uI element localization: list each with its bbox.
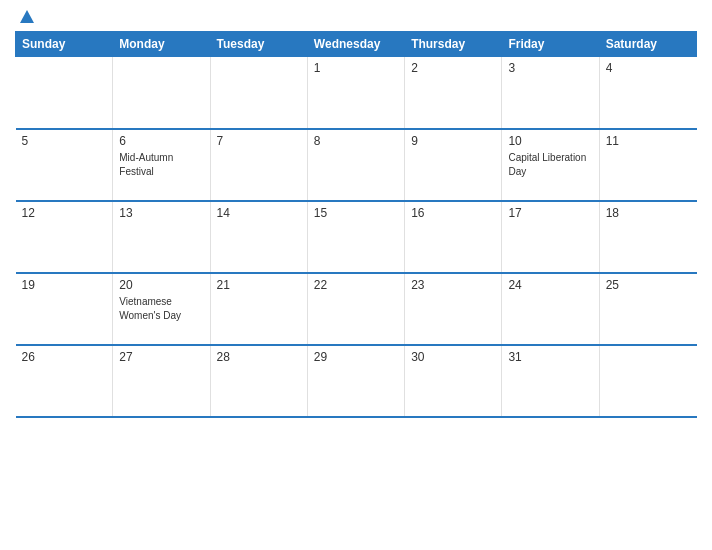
calendar-header: SundayMondayTuesdayWednesdayThursdayFrid… (16, 32, 697, 57)
day-number: 20 (119, 278, 203, 292)
day-number: 26 (22, 350, 107, 364)
day-number: 18 (606, 206, 691, 220)
day-number: 25 (606, 278, 691, 292)
calendar-cell: 11 (599, 129, 696, 201)
calendar-cell: 9 (405, 129, 502, 201)
calendar-cell: 14 (210, 201, 307, 273)
day-header-saturday: Saturday (599, 32, 696, 57)
logo (15, 10, 37, 23)
day-number: 10 (508, 134, 592, 148)
day-number: 11 (606, 134, 691, 148)
week-row-2: 12131415161718 (16, 201, 697, 273)
calendar-cell: 2 (405, 57, 502, 129)
calendar-cell: 23 (405, 273, 502, 345)
calendar-cell: 7 (210, 129, 307, 201)
day-header-monday: Monday (113, 32, 210, 57)
calendar-cell: 24 (502, 273, 599, 345)
calendar-cell: 18 (599, 201, 696, 273)
calendar-cell: 22 (307, 273, 404, 345)
calendar-cell: 29 (307, 345, 404, 417)
day-number: 19 (22, 278, 107, 292)
day-number: 13 (119, 206, 203, 220)
week-row-1: 56Mid-Autumn Festival78910Capital Libera… (16, 129, 697, 201)
calendar-cell: 1 (307, 57, 404, 129)
calendar-cell: 31 (502, 345, 599, 417)
day-number: 29 (314, 350, 398, 364)
day-header-wednesday: Wednesday (307, 32, 404, 57)
week-row-0: 1234 (16, 57, 697, 129)
day-number: 15 (314, 206, 398, 220)
day-number: 9 (411, 134, 495, 148)
day-number: 5 (22, 134, 107, 148)
calendar-cell: 25 (599, 273, 696, 345)
day-number: 6 (119, 134, 203, 148)
day-number: 27 (119, 350, 203, 364)
day-number: 17 (508, 206, 592, 220)
week-row-4: 262728293031 (16, 345, 697, 417)
day-number: 4 (606, 61, 691, 75)
calendar-cell: 20Vietnamese Women's Day (113, 273, 210, 345)
calendar-cell: 10Capital Liberation Day (502, 129, 599, 201)
calendar-cell (599, 345, 696, 417)
calendar-cell: 28 (210, 345, 307, 417)
calendar-cell: 27 (113, 345, 210, 417)
calendar-cell: 19 (16, 273, 113, 345)
logo-triangle-icon (20, 10, 34, 23)
days-header-row: SundayMondayTuesdayWednesdayThursdayFrid… (16, 32, 697, 57)
calendar-cell: 26 (16, 345, 113, 417)
event-label: Mid-Autumn Festival (119, 152, 173, 177)
calendar-cell: 16 (405, 201, 502, 273)
event-label: Vietnamese Women's Day (119, 296, 181, 321)
day-header-thursday: Thursday (405, 32, 502, 57)
calendar-cell: 8 (307, 129, 404, 201)
day-number: 31 (508, 350, 592, 364)
day-number: 1 (314, 61, 398, 75)
calendar-cell: 30 (405, 345, 502, 417)
day-number: 21 (217, 278, 301, 292)
day-header-friday: Friday (502, 32, 599, 57)
day-number: 24 (508, 278, 592, 292)
day-number: 28 (217, 350, 301, 364)
week-row-3: 1920Vietnamese Women's Day2122232425 (16, 273, 697, 345)
day-number: 23 (411, 278, 495, 292)
day-number: 22 (314, 278, 398, 292)
calendar-cell: 6Mid-Autumn Festival (113, 129, 210, 201)
calendar-cell (113, 57, 210, 129)
header (15, 10, 697, 23)
day-header-tuesday: Tuesday (210, 32, 307, 57)
calendar-cell: 13 (113, 201, 210, 273)
calendar-body: 123456Mid-Autumn Festival78910Capital Li… (16, 57, 697, 417)
calendar-cell: 5 (16, 129, 113, 201)
calendar-table: SundayMondayTuesdayWednesdayThursdayFrid… (15, 31, 697, 418)
day-number: 16 (411, 206, 495, 220)
calendar-cell: 4 (599, 57, 696, 129)
calendar-cell (16, 57, 113, 129)
day-number: 12 (22, 206, 107, 220)
event-label: Capital Liberation Day (508, 152, 586, 177)
day-number: 30 (411, 350, 495, 364)
calendar-page: SundayMondayTuesdayWednesdayThursdayFrid… (0, 0, 712, 550)
calendar-cell: 12 (16, 201, 113, 273)
calendar-cell: 3 (502, 57, 599, 129)
day-number: 7 (217, 134, 301, 148)
day-number: 14 (217, 206, 301, 220)
day-header-sunday: Sunday (16, 32, 113, 57)
calendar-cell (210, 57, 307, 129)
calendar-cell: 17 (502, 201, 599, 273)
calendar-cell: 15 (307, 201, 404, 273)
day-number: 2 (411, 61, 495, 75)
calendar-cell: 21 (210, 273, 307, 345)
day-number: 3 (508, 61, 592, 75)
day-number: 8 (314, 134, 398, 148)
